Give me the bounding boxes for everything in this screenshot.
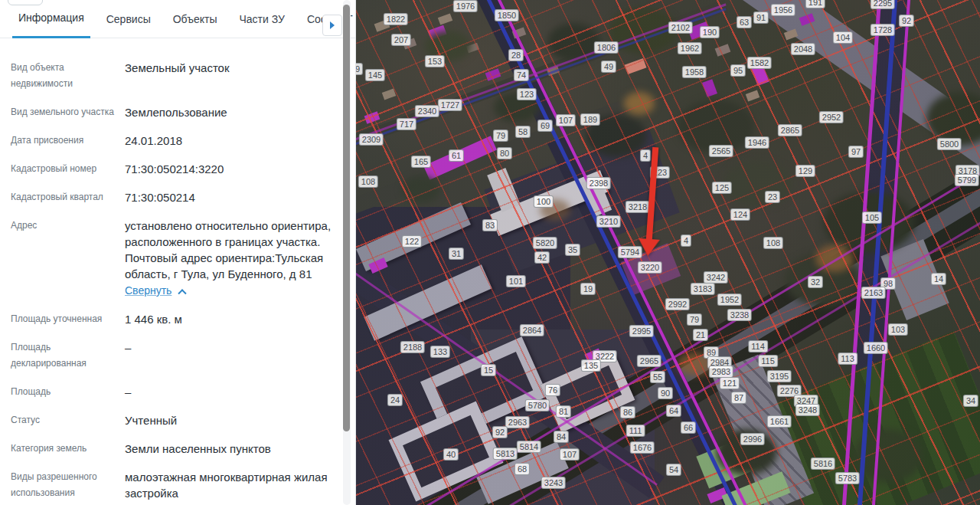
parcel-label-2996[interactable]: 2996 <box>740 433 765 445</box>
parcel-label-3210[interactable]: 3210 <box>596 215 621 228</box>
parcel-label-64[interactable]: 64 <box>666 405 681 417</box>
tab-Информация[interactable]: Информация <box>12 0 90 38</box>
parcel-label-4[interactable]: 4 <box>681 234 691 247</box>
parcel-label-97[interactable]: 97 <box>848 146 864 158</box>
parcel-label-2188[interactable]: 2188 <box>400 341 425 353</box>
parcel-label-1676[interactable]: 1676 <box>630 441 655 454</box>
parcel-label-55[interactable]: 55 <box>650 371 665 383</box>
parcel-label-2963[interactable]: 2963 <box>505 416 530 428</box>
parcel-label-115[interactable]: 115 <box>758 355 778 367</box>
parcel-label-95[interactable]: 95 <box>730 64 746 77</box>
parcel-label-3242[interactable]: 3242 <box>704 271 728 284</box>
parcel-label-153[interactable]: 153 <box>425 55 445 67</box>
parcel-label-2340[interactable]: 2340 <box>415 105 439 117</box>
parcel-label-87[interactable]: 87 <box>731 392 746 404</box>
parcel-label-49[interactable]: 49 <box>601 61 616 73</box>
parcel-label-104[interactable]: 104 <box>833 31 853 44</box>
parcel-label-2864[interactable]: 2864 <box>520 324 544 336</box>
parcel-label-86[interactable]: 86 <box>620 406 635 418</box>
parcel-label-5816[interactable]: 5816 <box>811 457 835 470</box>
parcel-label-34[interactable]: 34 <box>963 395 978 407</box>
parcel-label-79[interactable]: 79 <box>687 313 702 326</box>
parcel-label-125[interactable]: 125 <box>712 182 732 194</box>
parcel-label-90[interactable]: 90 <box>658 387 673 399</box>
parcel-label-2865[interactable]: 2865 <box>778 124 802 136</box>
parcel-label-79[interactable]: 79 <box>493 130 508 142</box>
parcel-label-81[interactable]: 81 <box>556 405 571 418</box>
parcel-label-1660[interactable]: 1660 <box>864 342 888 354</box>
parcel-label-3195[interactable]: 3195 <box>767 370 792 382</box>
tab-Сервисы[interactable]: Сервисы <box>100 0 157 38</box>
parcel-label-165[interactable]: 165 <box>411 156 431 168</box>
parcel-label-76[interactable]: 76 <box>545 384 560 396</box>
parcel-label-114[interactable]: 114 <box>748 340 768 353</box>
parcel-label-2952[interactable]: 2952 <box>819 111 844 123</box>
parcel-label-2565[interactable]: 2565 <box>709 145 733 157</box>
parcel-label-14[interactable]: 14 <box>931 273 946 285</box>
parcel-label-58[interactable]: 58 <box>515 126 531 138</box>
parcel-label-92[interactable]: 92 <box>492 426 508 438</box>
parcel-label-2048[interactable]: 2048 <box>791 43 815 55</box>
parcel-label-189[interactable]: 189 <box>580 113 600 126</box>
parcel-label-68[interactable]: 68 <box>514 463 530 475</box>
parcel-label-123[interactable]: 123 <box>517 88 537 100</box>
parcel-label-66[interactable]: 66 <box>681 421 696 434</box>
panel-scrollbar-thumb[interactable] <box>343 5 350 431</box>
parcel-label-2983[interactable]: 2983 <box>709 366 733 378</box>
parcel-label-108[interactable]: 108 <box>358 175 378 188</box>
parcel-label-1806[interactable]: 1806 <box>594 41 619 54</box>
parcel-label-1956[interactable]: 1956 <box>771 4 795 16</box>
parcel-label-92[interactable]: 92 <box>899 15 914 27</box>
parcel-label-74[interactable]: 74 <box>514 69 529 81</box>
parcel-label-2995[interactable]: 2995 <box>629 325 654 337</box>
parcel-label-28[interactable]: 28 <box>508 49 524 61</box>
parcel-label-122[interactable]: 122 <box>402 235 422 248</box>
parcel-label-40[interactable]: 40 <box>443 448 459 461</box>
parcel-label-54[interactable]: 54 <box>666 464 681 476</box>
parcel-label-2965[interactable]: 2965 <box>637 355 662 367</box>
tab-Объекты[interactable]: Объекты <box>167 0 224 38</box>
parcel-label-1850[interactable]: 1850 <box>495 9 519 21</box>
parcel-label-3243[interactable]: 3243 <box>541 477 566 489</box>
parcel-label-24[interactable]: 24 <box>387 394 403 406</box>
parcel-label-5820[interactable]: 5820 <box>533 237 557 249</box>
parcel-label-1728[interactable]: 1728 <box>871 24 895 36</box>
parcel-label-9[interactable]: 9 <box>356 63 363 75</box>
parcel-label-1976[interactable]: 1976 <box>453 0 478 12</box>
parcel-label-35[interactable]: 35 <box>565 244 580 256</box>
parcel-label-5800[interactable]: 5800 <box>937 138 962 150</box>
parcel-label-2102[interactable]: 2102 <box>668 21 693 34</box>
parcel-label-5813[interactable]: 5813 <box>493 448 518 460</box>
parcel-label-207[interactable]: 207 <box>391 34 411 46</box>
cadastral-map[interactable]: 1976185018222071806281534914574912317272… <box>356 0 980 505</box>
parcel-label-107[interactable]: 107 <box>560 448 580 461</box>
parcel-label-5814[interactable]: 5814 <box>517 441 541 453</box>
parcel-label-63[interactable]: 63 <box>737 16 752 28</box>
parcel-label-1822[interactable]: 1822 <box>384 13 408 25</box>
parcel-label-129[interactable]: 129 <box>795 165 815 177</box>
parcel-label-19[interactable]: 19 <box>580 283 596 295</box>
parcel-label-84[interactable]: 84 <box>554 431 569 443</box>
parcel-label-1962[interactable]: 1962 <box>678 42 702 54</box>
parcel-label-5780[interactable]: 5780 <box>525 399 550 412</box>
parcel-label-3220[interactable]: 3220 <box>638 261 662 274</box>
parcel-label-83[interactable]: 83 <box>482 219 498 231</box>
parcel-label-2309[interactable]: 2309 <box>359 133 384 146</box>
parcel-label-2398[interactable]: 2398 <box>586 177 611 189</box>
parcel-label-113[interactable]: 113 <box>838 353 858 365</box>
parcel-label-191[interactable]: 191 <box>805 0 825 8</box>
parcel-label-1582[interactable]: 1582 <box>747 57 772 69</box>
parcel-label-3183[interactable]: 3183 <box>691 283 715 295</box>
parcel-label-1727[interactable]: 1727 <box>438 99 462 111</box>
parcel-label-21[interactable]: 21 <box>693 329 708 341</box>
parcel-label-3248[interactable]: 3248 <box>795 404 820 416</box>
parcel-label-124[interactable]: 124 <box>730 208 750 221</box>
parcel-label-23[interactable]: 23 <box>765 191 780 203</box>
parcel-label-31[interactable]: 31 <box>449 248 464 260</box>
parcel-label-107[interactable]: 107 <box>556 114 576 126</box>
parcel-label-101[interactable]: 101 <box>506 275 526 287</box>
parcel-label-5799[interactable]: 5799 <box>955 174 979 186</box>
parcel-label-111[interactable]: 111 <box>626 425 645 437</box>
parcel-label-61[interactable]: 61 <box>449 149 464 162</box>
panel-scrollbar[interactable] <box>343 0 351 505</box>
